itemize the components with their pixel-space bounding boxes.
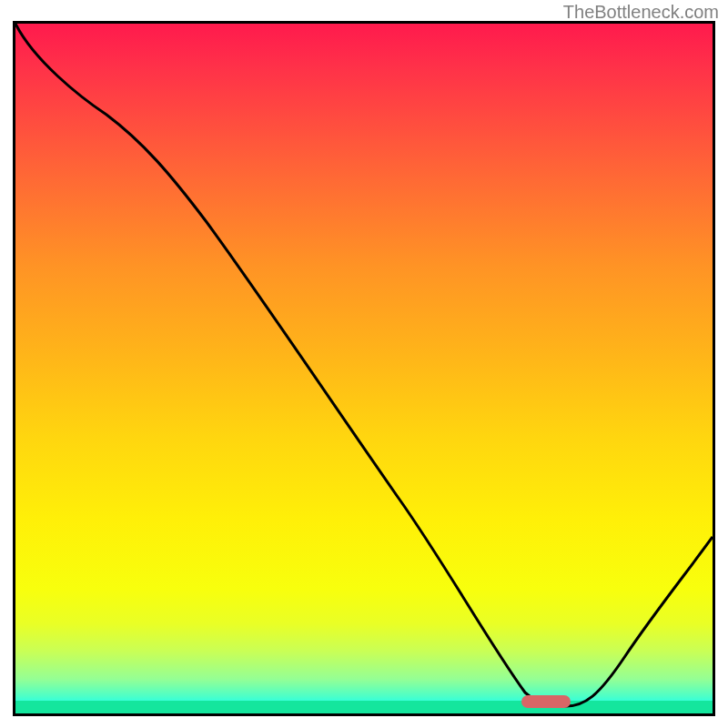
curve-svg bbox=[15, 24, 713, 713]
bottleneck-curve-path bbox=[15, 24, 713, 706]
watermark-text: TheBottleneck.com bbox=[563, 2, 719, 23]
plot-area bbox=[13, 21, 715, 716]
chart-container: TheBottleneck.com bbox=[0, 0, 728, 728]
optimal-region-marker bbox=[521, 695, 571, 708]
